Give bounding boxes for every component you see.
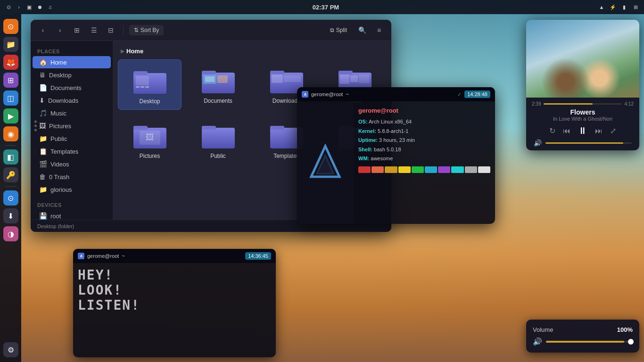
topbar-right: ▲ ⚡ ▮ ⊞ <box>598 3 639 11</box>
dock-icon-app7[interactable]: ⊙ <box>3 190 18 206</box>
grid-view-button[interactable]: ⊞ <box>70 24 83 37</box>
dock-icon-app4[interactable]: ◉ <box>3 126 18 141</box>
next-button[interactable]: ⏭ <box>595 127 603 135</box>
uptime-label: Uptime: <box>358 137 378 143</box>
topbar-clock: 02:37 PM <box>313 4 339 11</box>
glorious-icon: 📁 <box>39 186 47 193</box>
sidebar-item-public-label: Public <box>50 135 67 142</box>
sidebar-item-glorious-label: glorious <box>50 186 72 193</box>
menu-button[interactable]: ≡ <box>372 24 386 37</box>
sysinfo-user-header: gerome@root <box>358 107 490 114</box>
svg-rect-24 <box>202 128 235 148</box>
window-icon[interactable]: ▣ <box>25 3 33 11</box>
sidebar-item-downloads[interactable]: ⬇ Downloads <box>33 94 111 107</box>
palette-swatch-3 <box>385 166 397 173</box>
volume-slider-track[interactable] <box>546 341 633 343</box>
forward-button[interactable]: › <box>53 24 66 37</box>
volume-row: Volume 100% <box>533 326 633 333</box>
play-pause-button[interactable]: ⏸ <box>578 125 587 136</box>
back-button[interactable]: ‹ <box>36 24 50 37</box>
folder-item-pictures[interactable]: 🖼 Pictures <box>118 115 182 164</box>
record-icon[interactable]: ⏺ <box>36 3 43 11</box>
downloads-icon: ⬇ <box>39 97 45 104</box>
sidebar-item-music[interactable]: 🎵 Music <box>33 107 111 119</box>
sidebar-item-music-label: Music <box>50 110 66 117</box>
toolbar-right: ⧉ Split 🔍 ≡ <box>325 24 386 37</box>
bluetooth-icon: ⚡ <box>609 3 617 11</box>
track-title: Flowers <box>532 108 634 116</box>
os-label: OS: <box>358 119 368 124</box>
window-resize-handle[interactable] <box>34 121 37 132</box>
split-icon: ⧉ <box>330 27 334 33</box>
folder-label-documents: Documents <box>204 98 232 104</box>
svg-rect-19 <box>359 74 369 83</box>
folder-item-documents[interactable]: Documents <box>186 59 250 110</box>
svg-rect-7 <box>202 71 216 74</box>
dock-separator <box>5 145 17 146</box>
svg-rect-27 <box>270 126 284 130</box>
split-button[interactable]: ⧉ Split <box>325 25 352 35</box>
volume-slider-fill <box>546 341 624 343</box>
folder-icon-pictures: 🖼 <box>131 119 169 150</box>
progress-bar-row: 2:39 4:12 <box>532 101 634 107</box>
volume-track[interactable] <box>545 142 632 144</box>
neofetch-dir: ~ <box>346 91 348 97</box>
terminal-bottom-titlebar: ∧ gerome@root ~ 14:36:45 <box>73 249 276 263</box>
hey-look-listen-text: HEY! LOOK! LISTEN! <box>78 268 271 313</box>
dock-icon-app3[interactable]: ▶ <box>3 108 18 123</box>
music-note-icon[interactable]: ♫ <box>46 3 54 11</box>
terminal-bottom-time: 14:36:45 <box>245 252 271 260</box>
sidebar-item-templates[interactable]: 📋 Templates <box>33 145 111 157</box>
sidebar-item-desktop[interactable]: 🖥 Desktop <box>33 69 111 81</box>
dock-icon-arch[interactable]: ⊙ <box>3 19 18 34</box>
palette-swatch-1 <box>358 166 371 173</box>
track-artist: In Love With a Ghost/Nori <box>532 116 634 122</box>
file-manager-sidebar: Places 🏠 Home 🖥 Desktop 📄 Documents ⬇ Do… <box>31 41 113 220</box>
shuffle-button[interactable]: ⤢ <box>610 126 616 135</box>
prev-button[interactable]: ⏮ <box>563 127 570 135</box>
dock-icon-app1[interactable]: ⊞ <box>3 73 18 88</box>
sidebar-item-documents[interactable]: 📄 Documents <box>33 82 111 94</box>
music-player: 2:39 4:12 Flowers In Love With a Ghost/N… <box>526 20 639 150</box>
dock-icon-app2[interactable]: ◫ <box>3 90 18 106</box>
folder-item-desktop[interactable]: Desktop <box>118 59 182 110</box>
sidebar-item-trash[interactable]: 🗑 0 Trash <box>33 171 111 183</box>
dock-icon-settings[interactable]: ⚙ <box>3 342 18 357</box>
sidebar-item-home[interactable]: 🏠 Home <box>33 56 111 68</box>
repeat-button[interactable]: ↻ <box>549 126 555 135</box>
sidebar-item-public[interactable]: 📁 Public <box>33 132 111 145</box>
sidebar-item-root[interactable]: 💾 root <box>33 210 111 220</box>
dock-icon-files[interactable]: 📁 <box>3 37 18 52</box>
grid-icon[interactable]: ⊞ <box>632 3 639 11</box>
sidebar-item-pictures[interactable]: 🖼 Pictures <box>33 120 111 132</box>
volume-icon: 🔊 <box>534 139 542 147</box>
dock-icon-app5[interactable]: ◧ <box>3 149 18 165</box>
breadcrumb-current: Home <box>126 48 143 55</box>
volume-panel: Volume 100% 🔊 <box>526 320 639 353</box>
progress-track[interactable] <box>544 103 621 105</box>
chevron-right-icon[interactable]: › <box>15 3 23 11</box>
dock-icon-app8[interactable]: ⬇ <box>3 208 18 223</box>
folder-item-public[interactable]: Public <box>186 115 250 164</box>
text-line3: LISTEN! <box>78 298 271 313</box>
neofetch-time: 14:28:48 <box>464 90 490 98</box>
compact-view-button[interactable]: ⊟ <box>104 24 117 37</box>
sidebar-item-videos[interactable]: 🎬 Videos <box>33 158 111 170</box>
palette-swatch-4 <box>398 166 411 173</box>
volume-slider-thumb[interactable] <box>628 339 634 345</box>
list-view-button[interactable]: ☰ <box>87 24 100 37</box>
sort-by-button[interactable]: ⇅ Sort By <box>129 25 164 35</box>
dock-icon-app6[interactable]: 🔑 <box>3 167 18 182</box>
devices-section-label: Devices <box>31 199 113 209</box>
terminal-indicator: ∧ <box>302 91 308 98</box>
dock-icon-app9[interactable]: ◑ <box>3 226 18 241</box>
dock-icon-firefox[interactable]: 🦊 <box>3 55 18 70</box>
sysinfo-kernel: Kernel: 5.8.8-arch1-1 <box>358 127 490 135</box>
wifi-icon: ▲ <box>598 3 605 11</box>
folder-label-desktop: Desktop <box>139 98 160 105</box>
home-icon: 🏠 <box>39 58 47 66</box>
volume-control: 🔊 <box>532 139 634 147</box>
sort-icon: ⇅ <box>134 27 139 33</box>
search-button[interactable]: 🔍 <box>355 24 369 37</box>
sidebar-item-glorious[interactable]: 📁 glorious <box>33 183 111 196</box>
